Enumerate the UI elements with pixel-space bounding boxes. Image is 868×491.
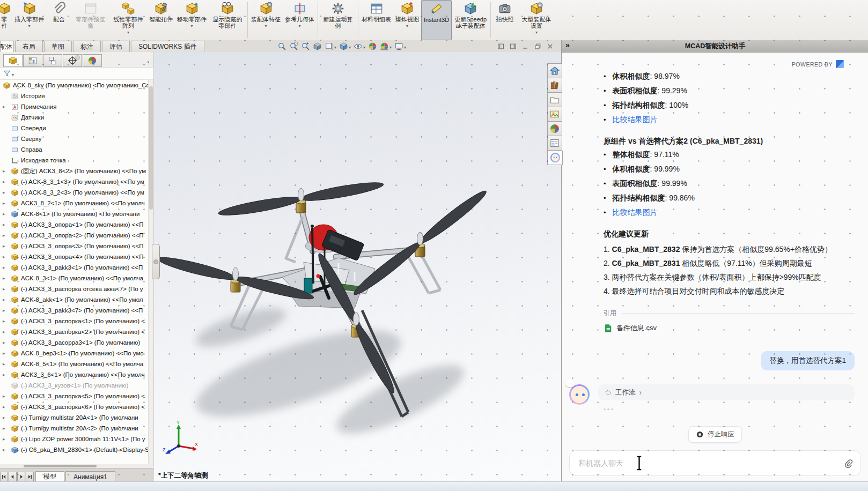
ribbon-button-insert-component[interactable]: 插入零部件 xyxy=(12,0,46,40)
hide-show-items-icon[interactable] xyxy=(353,41,366,51)
tab-nav-next-icon[interactable] xyxy=(17,472,25,482)
tab-configuration-manager[interactable] xyxy=(43,54,62,67)
apply-scene-icon[interactable] xyxy=(379,41,392,51)
ribbon-button-part-cut[interactable]: 零件 xyxy=(0,0,10,40)
view-orientation-icon[interactable] xyxy=(324,41,337,51)
tab-layout[interactable]: 布局 xyxy=(15,41,43,52)
expand-arrow-icon[interactable] xyxy=(3,211,11,217)
ribbon-button-take-snapshot[interactable]: 拍快照 xyxy=(492,0,518,40)
tree-item[interactable]: (-) ACK3_3_pacoppa3<1> (По умолчанию) xyxy=(0,337,149,348)
dock-pane-left-icon[interactable] xyxy=(497,43,504,50)
tree-item[interactable]: (-) Lipo ZOP power 3000mah 11:1V<1> (По … xyxy=(0,434,149,444)
tab-model[interactable]: 模型 xyxy=(35,471,64,482)
expand-arrow-icon[interactable] xyxy=(3,200,11,206)
tree-item[interactable]: (-) Turnigy multistar 20A<1> (По умолчан… xyxy=(0,412,149,423)
ribbon-button-show-hidden[interactable]: 显示隐藏的零部件 xyxy=(209,0,246,40)
design-library-icon[interactable] xyxy=(547,78,562,93)
tab-nav-first-icon[interactable] xyxy=(0,472,8,482)
tree-item[interactable]: (-) ACK3_3_распорка<6> (По умолчанию) < xyxy=(0,401,149,412)
pane-collapse-dot[interactable] xyxy=(75,55,80,60)
tree-item[interactable]: (-) C6_pka_BMI_2830<1> (Default) <Displa… xyxy=(0,444,149,455)
section-view-icon[interactable] xyxy=(312,41,322,51)
ribbon-button-move-component[interactable]: 移动零部件 xyxy=(175,0,209,40)
tree-item[interactable]: Сверху xyxy=(0,133,149,144)
tree-item[interactable]: Справа xyxy=(0,144,149,155)
tab-sketch[interactable]: 草图 xyxy=(44,41,72,52)
tab-evaluate[interactable]: 评估 xyxy=(102,41,130,52)
tree-item[interactable]: Примечания xyxy=(0,101,149,112)
ribbon-button-bill-of-materials[interactable]: 材料明细表 xyxy=(359,0,393,40)
ribbon-button-instant3d[interactable]: Instant3D xyxy=(421,0,452,40)
tree-horizontal-scrollbar[interactable] xyxy=(0,464,151,468)
tree-item[interactable]: ACK-8_akk<1> (По умолчанию) <<По умол xyxy=(0,294,149,305)
tree-item[interactable]: ACK-8_5<1> (По умолчанию) <<По умолча xyxy=(0,359,149,369)
ribbon-button-smart-fasteners[interactable]: 智能扣件 xyxy=(147,0,175,40)
tab-display-manager[interactable] xyxy=(83,54,102,67)
previous-view-icon[interactable] xyxy=(300,41,311,51)
tree-item-suppressed[interactable]: (-) ACK3_3_кузов<1> (По умолчанию) xyxy=(0,380,149,391)
ribbon-button-mate[interactable]: 配合 xyxy=(46,0,72,40)
custom-properties-icon[interactable] xyxy=(547,136,562,151)
ribbon-button-assembly-features[interactable]: 装配体特征 xyxy=(249,0,283,40)
ribbon-button-exploded-view[interactable]: 爆炸视图 xyxy=(393,0,421,40)
expand-arrow-icon[interactable] xyxy=(3,254,11,259)
ribbon-button-reference-geometry[interactable]: 参考几何体 xyxy=(283,0,317,40)
tree-item[interactable]: (-) ACK3_3_опора<2> (По умолчанию) <<П xyxy=(0,230,149,241)
tab-property-manager[interactable] xyxy=(23,54,42,67)
expand-arrow-icon[interactable] xyxy=(3,297,11,302)
expand-arrow-icon[interactable] xyxy=(3,415,11,420)
tree-item[interactable]: ACK3_8_2<1> (По умолчанию) <<По умолч xyxy=(0,198,149,209)
chat-input-box[interactable] xyxy=(569,450,861,476)
compare-result-link[interactable]: 比较结果图片 xyxy=(613,113,658,127)
chat-input[interactable] xyxy=(577,458,844,468)
expand-arrow-icon[interactable] xyxy=(3,104,11,109)
close-icon[interactable] xyxy=(547,43,554,50)
tab-solidworks-addins[interactable]: SOLIDWORKS 插件 xyxy=(131,41,204,52)
view-palette-icon[interactable] xyxy=(547,107,562,122)
expand-arrow-icon[interactable] xyxy=(3,361,11,367)
expand-arrow-icon[interactable] xyxy=(3,168,11,174)
expand-arrow-icon[interactable] xyxy=(3,190,11,195)
tree-item[interactable]: (-) ACK3_3_pakk3<1> (По умолчанию) <<П xyxy=(0,262,149,273)
tree-item[interactable]: (-) ACK3_3_распорка отсека акка<7> (По у xyxy=(0,284,149,294)
dock-pane-right-icon[interactable] xyxy=(510,43,517,50)
tree-item[interactable]: История xyxy=(0,91,149,101)
compare-result-link[interactable]: 比较结果图片 xyxy=(613,205,658,220)
restore-icon[interactable] xyxy=(534,43,541,50)
tree-item[interactable]: (-) ACK3_3_опора<4> (По умолчанию) <<П xyxy=(0,251,149,262)
expand-arrow-icon[interactable] xyxy=(3,222,11,227)
ribbon-button-update-speedpak[interactable]: 更新Speedpak子装配体 xyxy=(452,0,489,40)
tab-assembly[interactable]: 装配体 xyxy=(0,41,14,52)
expand-arrow-icon[interactable] xyxy=(3,351,11,356)
minimize-icon[interactable] xyxy=(522,43,529,50)
tab-animation[interactable]: Анимация1 xyxy=(65,471,115,482)
appearances-icon[interactable] xyxy=(547,122,562,136)
file-explorer-icon[interactable] xyxy=(547,93,562,107)
expand-arrow-icon[interactable] xyxy=(3,393,11,399)
tree-item-root[interactable]: ACK-8_sky (По умолчанию) <По умолчанию_С… xyxy=(0,80,149,91)
attach-file-icon[interactable] xyxy=(844,459,853,468)
expand-arrow-icon[interactable] xyxy=(3,447,11,452)
tab-nav-last-icon[interactable] xyxy=(26,472,34,482)
tabs-overflow-chevron-icon[interactable]: › xyxy=(147,58,149,65)
expand-arrow-icon[interactable] xyxy=(3,308,11,313)
expand-arrow-icon[interactable] xyxy=(3,243,11,249)
expand-arrow-icon[interactable] xyxy=(3,179,11,184)
tree-item[interactable]: (-) ACK3_3_распорка<1> (По умолчанию) < xyxy=(0,316,149,326)
home-icon[interactable] xyxy=(547,63,562,78)
expand-arrow-icon[interactable] xyxy=(3,265,11,270)
edit-appearance-icon[interactable] xyxy=(367,41,378,51)
mcad-assistant-icon[interactable] xyxy=(547,151,563,165)
zoom-area-icon[interactable] xyxy=(289,41,299,51)
expand-arrow-icon[interactable] xyxy=(3,233,11,238)
tree-item[interactable]: ACK3_3_6<1> (По умолчанию) <<По умолч xyxy=(0,369,149,380)
collapse-panel-icon[interactable] xyxy=(565,41,570,49)
splitter-handle[interactable] xyxy=(152,244,160,279)
tree-item[interactable]: (-) ACK-8_3_2<3> (По умолчанию) <<По ум xyxy=(0,187,149,198)
expand-arrow-icon[interactable] xyxy=(3,318,11,324)
tree-item[interactable]: (-) ACK3_3_распорка<5> (По умолчанию) < xyxy=(0,391,149,401)
reference-file-chip[interactable]: 备件信息.csv xyxy=(604,323,855,333)
stop-response-button[interactable]: 停止响应 xyxy=(688,426,742,443)
tree-item[interactable]: ACK-8<1> (По умолчанию) <По умолчани xyxy=(0,209,149,219)
tree-item[interactable]: (-) ACK3_3_распорка<2> (По умолчанию) < xyxy=(0,326,149,337)
